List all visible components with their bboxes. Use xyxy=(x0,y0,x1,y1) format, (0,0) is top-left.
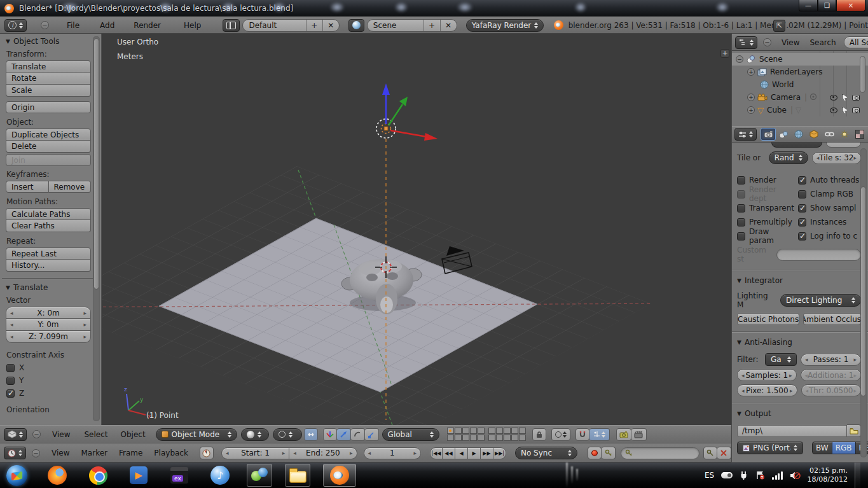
outliner-row-world[interactable]: World xyxy=(732,78,868,91)
minimize-button[interactable]: — xyxy=(799,0,818,11)
manipulate-center-points-toggle[interactable] xyxy=(304,428,318,441)
object-tools-panel-header[interactable]: ▼ Object Tools xyxy=(6,37,91,46)
tab-world[interactable] xyxy=(791,128,806,141)
taskbar-firefox[interactable] xyxy=(45,464,70,487)
scale-button[interactable]: Scale xyxy=(6,85,91,97)
vector-y-field[interactable]: ◂Y: 0m▸ xyxy=(6,319,91,331)
constraint-z-checkbox[interactable] xyxy=(6,389,15,398)
maximize-button[interactable]: ❏ xyxy=(818,0,836,11)
translate-manipulator[interactable] xyxy=(382,83,437,141)
menu-add[interactable]: Add xyxy=(96,21,118,30)
proportional-edit-dropdown[interactable] xyxy=(551,428,570,441)
expander-icon[interactable]: + xyxy=(747,94,755,101)
aa-samples-field[interactable]: ◂Samples: 1▸ xyxy=(737,369,797,381)
aa-passes-field[interactable]: ◂Passes: 1▸ xyxy=(801,354,861,366)
scene-selector-name[interactable]: Scene xyxy=(368,21,424,30)
tab-texture[interactable] xyxy=(852,128,867,141)
title-bar[interactable]: Blender* [D:\Jordy\Blender\proyectos\sal… xyxy=(0,0,868,17)
display-filter-dropdown[interactable]: All Scenes xyxy=(844,36,868,48)
menu-render[interactable]: Render xyxy=(130,21,165,30)
taskbar-media-player[interactable]: ▶ xyxy=(126,464,151,487)
outliner-row-cube[interactable]: + ▽ Cube | ▽ xyxy=(732,104,868,116)
insert-keyframes-button[interactable] xyxy=(703,447,717,459)
render-still-button[interactable] xyxy=(616,428,631,441)
editor-type-button-info[interactable]: i xyxy=(4,19,27,32)
lock-to-scene-toggle[interactable] xyxy=(532,428,546,441)
expander-icon[interactable]: + xyxy=(747,68,755,76)
menu-marker[interactable]: Marker xyxy=(77,449,111,457)
taskbar-chrome[interactable] xyxy=(85,464,111,487)
close-button[interactable]: × xyxy=(836,0,865,11)
network-signal-icon[interactable] xyxy=(772,471,783,480)
properties-scrollbar[interactable] xyxy=(860,186,866,396)
transparent-checkbox[interactable] xyxy=(737,204,745,213)
clear-paths-button[interactable]: Clear Paths xyxy=(6,220,91,232)
viewport-canvas[interactable]: z y x xyxy=(102,34,731,425)
color-mode-rgb-button[interactable]: RGB xyxy=(832,442,856,454)
menu-view[interactable]: View xyxy=(778,38,803,47)
menu-view[interactable]: View xyxy=(48,430,74,439)
translate-button[interactable]: Translate xyxy=(6,60,91,73)
jump-to-end-button[interactable]: ▶▶| xyxy=(493,447,506,459)
menu-object[interactable]: Object xyxy=(117,430,149,439)
show-desktop-button[interactable] xyxy=(855,463,860,488)
translate-panel-header[interactable]: ▼ Translate xyxy=(6,283,91,292)
start-button[interactable] xyxy=(4,464,29,487)
tab-scene[interactable] xyxy=(776,128,791,141)
taskbar-video-editor[interactable]: ex xyxy=(167,464,192,487)
repeat-last-button[interactable]: Repeat Last xyxy=(6,247,91,260)
hidden-icons-button[interactable] xyxy=(721,472,733,478)
screen-layout-icon-button[interactable] xyxy=(223,19,240,32)
premultiply-checkbox[interactable] xyxy=(737,218,745,227)
tab-render[interactable] xyxy=(761,128,776,141)
use-preview-range-toggle[interactable] xyxy=(200,447,214,459)
taskbar-messenger[interactable] xyxy=(247,464,272,487)
outliner-item-label[interactable]: Camera xyxy=(771,93,801,102)
collapse-menus-icon[interactable]: − xyxy=(32,449,40,457)
render-checkbox[interactable] xyxy=(737,176,745,185)
layers-grid-2[interactable] xyxy=(488,428,526,441)
restrict-select-icon[interactable] xyxy=(842,94,848,101)
restrict-view-icon[interactable] xyxy=(830,95,837,101)
insert-keyframe-button[interactable]: Insert xyxy=(6,181,49,193)
outliner-item-label[interactable]: Scene xyxy=(759,55,783,64)
delete-keyframes-button[interactable] xyxy=(717,447,731,459)
action-center-flag-icon[interactable] xyxy=(755,471,765,480)
tool-shelf-scrollbar[interactable] xyxy=(93,38,99,289)
manipulator-axes-toggle[interactable] xyxy=(323,428,337,441)
color-mode-bw-button[interactable]: BW xyxy=(812,442,832,454)
delete-layout-button[interactable]: ✕ xyxy=(322,20,339,31)
scene-selector[interactable]: Scene + ✕ xyxy=(367,19,457,32)
log-info-checkbox[interactable] xyxy=(798,232,806,241)
delete-scene-button[interactable]: ✕ xyxy=(440,20,457,31)
language-indicator[interactable]: ES xyxy=(705,471,714,480)
menu-file[interactable]: File xyxy=(63,21,83,30)
viewport-3d[interactable]: z y x User Ortho Meters (1) Point + xyxy=(102,34,731,425)
outliner-item-label[interactable]: World xyxy=(772,80,794,89)
add-scene-button[interactable]: + xyxy=(424,20,440,31)
clock[interactable]: 02:15 p.m. 18/08/2012 xyxy=(808,466,848,484)
tab-object-data[interactable] xyxy=(837,128,852,141)
active-keying-set-field[interactable] xyxy=(621,447,699,459)
clipped-slider[interactable] xyxy=(826,143,861,148)
origin-button[interactable]: Origin xyxy=(6,101,91,113)
frame-start-field[interactable]: ◂Start: 1▸ xyxy=(221,447,289,459)
mode-dropdown[interactable]: Object Mode xyxy=(156,428,237,441)
editor-type-button-timeline[interactable] xyxy=(4,447,26,459)
render-engine-dropdown[interactable]: YafaRay Render xyxy=(466,19,544,32)
restrict-render-icon[interactable] xyxy=(852,95,860,101)
outliner-row-scene[interactable]: − Scene xyxy=(732,53,868,66)
auto-threads-checkbox[interactable] xyxy=(798,176,806,185)
transform-orientation-dropdown[interactable]: Global xyxy=(382,428,439,441)
join-button[interactable]: Join xyxy=(6,154,91,166)
add-layout-button[interactable]: + xyxy=(306,20,322,31)
viewport-shading-dropdown[interactable] xyxy=(241,428,269,441)
aa-pixelwidth-field[interactable]: ◂Pixe: 1.500▸ xyxy=(737,384,797,396)
vector-x-field[interactable]: ◂X: 0m▸ xyxy=(6,307,91,319)
vector-z-field[interactable]: ◂Z: 7.099m▸ xyxy=(6,331,91,343)
aa-additional-field[interactable]: ◂Additiona: 1▸ xyxy=(801,369,861,381)
render-depth-checkbox[interactable] xyxy=(737,190,745,199)
outliner-vscrollbar[interactable] xyxy=(860,56,865,93)
output-path-field[interactable]: /tmp\ xyxy=(737,425,847,437)
manipulator-translate-toggle[interactable] xyxy=(337,428,351,441)
